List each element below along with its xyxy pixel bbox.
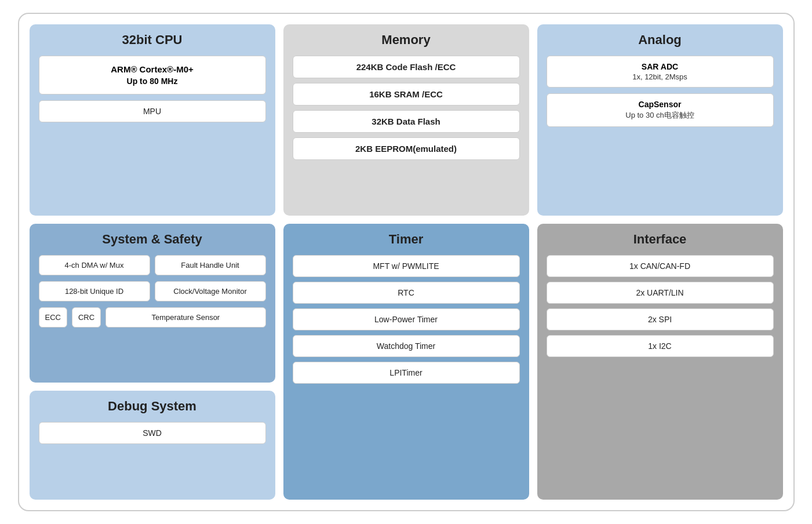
memory-item-2: 32KB Data Flash: [293, 110, 520, 133]
cpu-core-line2: Up to 80 MHz: [46, 77, 258, 86]
debug-section: Debug System SWD: [30, 391, 275, 500]
memory-item-1: 16KB SRAM /ECC: [293, 83, 520, 105]
safety-section: System & Safety 4-ch DMA w/ Mux Fault Ha…: [30, 224, 275, 383]
safety-row1: 4-ch DMA w/ Mux Fault Handle Unit: [39, 255, 266, 275]
safety-crc: CRC: [72, 307, 101, 328]
cpu-inner: ARM® Cortex®-M0+ Up to 80 MHz MPU: [39, 56, 266, 122]
safety-fault: Fault Handle Unit: [155, 255, 266, 275]
diagram-wrapper: 32bit CPU ARM® Cortex®-M0+ Up to 80 MHz …: [18, 13, 795, 511]
interface-section: Interface 1x CAN/CAN-FD 2x UART/LIN 2x S…: [537, 224, 783, 500]
interface-item-1: 2x UART/LIN: [547, 282, 774, 304]
interface-title: Interface: [547, 232, 774, 247]
safety-clock: Clock/Voltage Monitor: [155, 281, 266, 301]
memory-item-0: 224KB Code Flash /ECC: [293, 56, 520, 78]
memory-title: Memory: [293, 32, 520, 48]
analog-item-1-title: CapSensor: [554, 100, 766, 109]
analog-item-1: CapSensor Up to 30 ch电容触控: [547, 93, 774, 127]
analog-item-0-title: SAR ADC: [554, 62, 766, 71]
timer-item-4: LPITimer: [293, 362, 520, 384]
timer-title: Timer: [293, 232, 520, 247]
cpu-title: 32bit CPU: [39, 32, 266, 48]
analog-title: Analog: [547, 32, 774, 48]
safety-temp: Temperature Sensor: [105, 307, 265, 328]
timer-item-3: Watchdog Timer: [293, 335, 520, 357]
interface-item-3: 1x I2C: [547, 335, 774, 357]
analog-item-0-sub: 1x, 12bit, 2Msps: [554, 72, 766, 81]
interface-item-2: 2x SPI: [547, 308, 774, 330]
safety-title: System & Safety: [39, 232, 266, 247]
memory-item-3: 2KB EEPROM(emulated): [293, 137, 520, 160]
safety-uid: 128-bit Unique ID: [39, 281, 150, 301]
analog-section: Analog SAR ADC 1x, 12bit, 2Msps CapSenso…: [537, 24, 783, 216]
cpu-core-box: ARM® Cortex®-M0+ Up to 80 MHz: [39, 56, 266, 94]
timer-item-2: Low-Power Timer: [293, 308, 520, 330]
timer-items: MFT w/ PWMLITE RTC Low-Power Timer Watch…: [293, 255, 520, 384]
analog-item-1-sub: Up to 30 ch电容触控: [554, 110, 766, 121]
timer-item-0: MFT w/ PWMLITE: [293, 255, 520, 277]
cpu-mpu-box: MPU: [39, 100, 266, 122]
safety-row3: ECC CRC Temperature Sensor: [39, 307, 266, 328]
interface-items: 1x CAN/CAN-FD 2x UART/LIN 2x SPI 1x I2C: [547, 255, 774, 357]
memory-items: 224KB Code Flash /ECC 16KB SRAM /ECC 32K…: [293, 56, 520, 160]
memory-section: Memory 224KB Code Flash /ECC 16KB SRAM /…: [283, 24, 529, 216]
safety-ecc: ECC: [39, 307, 67, 328]
debug-swd: SWD: [39, 422, 266, 444]
cpu-core-line1: ARM® Cortex®-M0+: [46, 64, 258, 74]
debug-title: Debug System: [39, 399, 266, 414]
analog-inner: SAR ADC 1x, 12bit, 2Msps CapSensor Up to…: [547, 56, 774, 127]
timer-item-1: RTC: [293, 282, 520, 304]
analog-item-0: SAR ADC 1x, 12bit, 2Msps: [547, 56, 774, 88]
interface-item-0: 1x CAN/CAN-FD: [547, 255, 774, 277]
timer-section: Timer MFT w/ PWMLITE RTC Low-Power Timer…: [283, 224, 529, 500]
safety-dma: 4-ch DMA w/ Mux: [39, 255, 150, 275]
safety-row2: 128-bit Unique ID Clock/Voltage Monitor: [39, 281, 266, 301]
cpu-section: 32bit CPU ARM® Cortex®-M0+ Up to 80 MHz …: [30, 24, 275, 216]
